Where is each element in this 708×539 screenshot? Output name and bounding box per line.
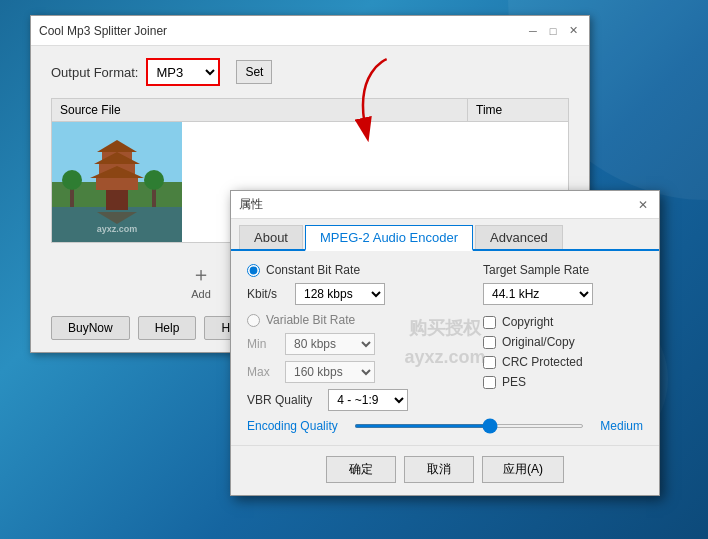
add-icon[interactable]: ＋ [191, 261, 211, 288]
buynow-button[interactable]: BuyNow [51, 316, 130, 340]
max-select[interactable]: 128 kbps 160 kbps 192 kbps 256 kbps [285, 361, 375, 383]
copyright-label: Copyright [502, 315, 553, 329]
encoding-quality-slider[interactable] [354, 424, 585, 428]
main-settings-row: Constant Bit Rate Kbit/s 64 kbps 96 kbps… [247, 263, 643, 411]
thumbnail-area: ayxz.com [52, 122, 182, 242]
main-minimize-btn[interactable]: ─ [525, 23, 541, 39]
original-copy-checkbox-row: Original/Copy [483, 335, 643, 349]
dialog-title: 属性 [239, 196, 263, 213]
dialog-footer: 确定 取消 应用(A) [231, 445, 659, 495]
thumbnail-image: ayxz.com [52, 122, 182, 242]
vbr-radio[interactable] [247, 314, 260, 327]
help-button[interactable]: Help [138, 316, 197, 340]
crc-checkbox-row: CRC Protected [483, 355, 643, 369]
thumbnail-watermark: ayxz.com [62, 224, 172, 234]
main-title: Cool Mp3 Splitter Joiner [39, 24, 167, 38]
svg-point-12 [62, 170, 82, 190]
cbr-label: Constant Bit Rate [266, 263, 360, 277]
confirm-button[interactable]: 确定 [326, 456, 396, 483]
main-maximize-btn[interactable]: □ [545, 23, 561, 39]
sample-rate-select[interactable]: 8 kHz 11.025 kHz 16 kHz 22.05 kHz 32 kHz… [483, 283, 593, 305]
main-close-btn[interactable]: ✕ [565, 23, 581, 39]
properties-dialog: 属性 ✕ About MPEG-2 Audio Encoder Advanced… [230, 190, 660, 496]
cbr-radio[interactable] [247, 264, 260, 277]
pes-checkbox[interactable] [483, 376, 496, 389]
tab-advanced[interactable]: Advanced [475, 225, 563, 249]
kbps-label: Kbit/s [247, 287, 287, 301]
checkbox-group: Copyright Original/Copy CRC Protected PE… [483, 315, 643, 389]
format-select-container: MP3 WAV OGG WMA [146, 58, 220, 86]
vbr-radio-row: Variable Bit Rate [247, 313, 463, 327]
left-section: Constant Bit Rate Kbit/s 64 kbps 96 kbps… [247, 263, 463, 411]
vbr-quality-select[interactable]: 1 2 3 4 - ~1:9 5 [328, 389, 408, 411]
vbr-section: Variable Bit Rate Min 32 kbps 64 kbps 80… [247, 313, 463, 383]
add-container: ＋ Add [191, 261, 211, 300]
vbr-quality-label: VBR Quality [247, 393, 312, 407]
set-button[interactable]: Set [236, 60, 272, 84]
svg-point-14 [144, 170, 164, 190]
min-select[interactable]: 32 kbps 64 kbps 80 kbps 96 kbps [285, 333, 375, 355]
original-copy-checkbox[interactable] [483, 336, 496, 349]
format-select[interactable]: MP3 WAV OGG WMA [148, 60, 218, 84]
file-table-header: Source File Time [52, 99, 568, 122]
col-source: Source File [52, 99, 468, 121]
encoding-quality-label: Encoding Quality [247, 419, 338, 433]
min-label: Min [247, 337, 277, 351]
crc-checkbox[interactable] [483, 356, 496, 369]
apply-button[interactable]: 应用(A) [482, 456, 564, 483]
dialog-body: Constant Bit Rate Kbit/s 64 kbps 96 kbps… [231, 251, 659, 445]
right-section: Target Sample Rate 8 kHz 11.025 kHz 16 k… [483, 263, 643, 411]
cbr-select[interactable]: 64 kbps 96 kbps 128 kbps 160 kbps 192 kb… [295, 283, 385, 305]
encoding-quality-value: Medium [600, 419, 643, 433]
dialog-close-btn[interactable]: ✕ [635, 197, 651, 213]
add-label: Add [191, 288, 211, 300]
vbr-min-row: Min 32 kbps 64 kbps 80 kbps 96 kbps [247, 333, 463, 355]
vbr-label: Variable Bit Rate [266, 313, 355, 327]
format-label: Output Format: [51, 65, 138, 80]
target-sample-label: Target Sample Rate [483, 263, 643, 277]
original-copy-label: Original/Copy [502, 335, 575, 349]
dialog-titlebar: 属性 ✕ [231, 191, 659, 219]
dialog-tabs: About MPEG-2 Audio Encoder Advanced [231, 219, 659, 251]
copyright-checkbox[interactable] [483, 316, 496, 329]
format-row: Output Format: MP3 WAV OGG WMA Set [51, 58, 569, 86]
max-label: Max [247, 365, 277, 379]
tab-about[interactable]: About [239, 225, 303, 249]
vbr-quality-row: VBR Quality 1 2 3 4 - ~1:9 5 [247, 389, 463, 411]
pes-checkbox-row: PES [483, 375, 643, 389]
kbps-row: Kbit/s 64 kbps 96 kbps 128 kbps 160 kbps… [247, 283, 463, 305]
pes-label: PES [502, 375, 526, 389]
svg-rect-8 [96, 178, 138, 190]
svg-rect-9 [106, 190, 128, 210]
cbr-radio-row: Constant Bit Rate [247, 263, 463, 277]
col-time: Time [468, 99, 568, 121]
main-window-controls: ─ □ ✕ [525, 23, 581, 39]
encoding-quality-row: Encoding Quality Medium [247, 419, 643, 433]
vbr-max-row: Max 128 kbps 160 kbps 192 kbps 256 kbps [247, 361, 463, 383]
copyright-checkbox-row: Copyright [483, 315, 643, 329]
main-titlebar: Cool Mp3 Splitter Joiner ─ □ ✕ [31, 16, 589, 46]
tab-mpeg2[interactable]: MPEG-2 Audio Encoder [305, 225, 473, 251]
crc-label: CRC Protected [502, 355, 583, 369]
cancel-button[interactable]: 取消 [404, 456, 474, 483]
